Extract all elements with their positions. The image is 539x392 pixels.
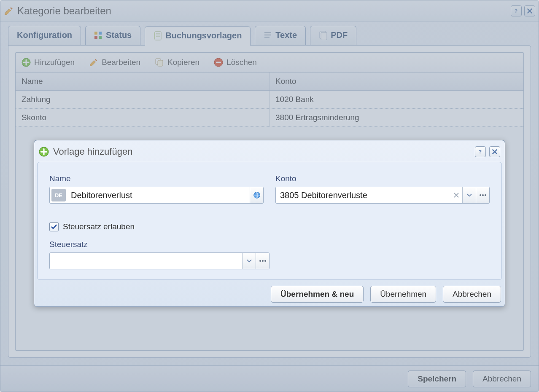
svg-point-27 (262, 260, 264, 262)
chevron-down-icon (246, 258, 252, 264)
name-input[interactable] (67, 187, 250, 203)
account-label: Konto (275, 174, 490, 183)
field-tax-rate: Steuersatz (49, 240, 270, 269)
allow-tax-label: Steuersatz erlauben (63, 222, 135, 231)
name-input-wrap: DE (49, 187, 264, 204)
allow-tax-row: Steuersatz erlauben (49, 222, 490, 231)
svg-point-26 (259, 260, 261, 262)
svg-text:?: ? (479, 149, 482, 154)
field-name: Name DE (49, 174, 264, 204)
account-dropdown-trigger[interactable] (462, 187, 476, 203)
add-circle-icon (39, 147, 49, 157)
x-icon (453, 192, 459, 198)
dialog-title: Vorlage hinzufügen (53, 146, 132, 157)
tax-rate-input-wrap (49, 252, 270, 269)
account-clear-button[interactable] (450, 187, 462, 203)
add-template-dialog: Vorlage hinzufügen ? Name DE (34, 140, 505, 307)
tax-rate-lookup-button[interactable] (256, 253, 269, 269)
question-icon: ? (477, 149, 483, 155)
ellipsis-icon (259, 259, 266, 263)
language-globe-button[interactable] (250, 187, 263, 203)
name-label: Name (49, 174, 264, 183)
allow-tax-checkbox[interactable] (49, 222, 59, 231)
tax-rate-dropdown-trigger[interactable] (242, 253, 256, 269)
chevron-down-icon (466, 192, 472, 198)
account-lookup-button[interactable] (476, 187, 489, 203)
dialog-body: Name DE Konto (37, 162, 502, 280)
apply-button[interactable]: Übernehmen (370, 286, 436, 303)
tax-rate-input[interactable] (50, 253, 242, 269)
check-icon (51, 223, 57, 230)
dialog-cancel-button[interactable]: Abbrechen (443, 286, 501, 303)
account-input-wrap (275, 187, 490, 204)
field-account: Konto (275, 174, 490, 204)
account-input[interactable] (276, 187, 450, 203)
language-badge[interactable]: DE (51, 189, 66, 201)
globe-icon (253, 191, 261, 199)
svg-point-23 (480, 194, 481, 196)
dialog-footer: Übernehmen & neu Übernehmen Abbrechen (37, 280, 502, 303)
svg-point-25 (485, 194, 486, 196)
dialog-help-button[interactable]: ? (475, 146, 486, 157)
svg-point-24 (482, 194, 484, 196)
close-icon (492, 149, 498, 155)
svg-point-28 (264, 260, 266, 262)
dialog-titlebar: Vorlage hinzufügen ? (37, 143, 502, 162)
tax-rate-label: Steuersatz (49, 240, 270, 249)
apply-and-new-button[interactable]: Übernehmen & neu (271, 286, 364, 303)
ellipsis-icon (480, 193, 486, 197)
dialog-close-button[interactable] (489, 146, 500, 157)
